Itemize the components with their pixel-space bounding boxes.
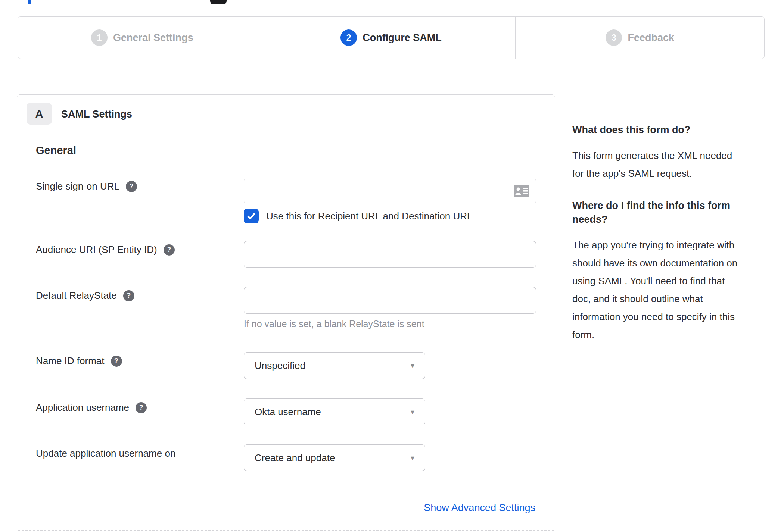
step-feedback[interactable]: 3 Feedback — [515, 17, 764, 59]
sidebar-answer-1: This form generates the XML needed for t… — [572, 147, 772, 182]
field-label-text: Default RelayState — [36, 290, 117, 301]
audience-uri-label: Audience URI (SP Entity ID) ? — [36, 244, 175, 256]
chevron-down-icon: ▾ — [411, 361, 414, 370]
section-a-badge: A — [27, 103, 52, 125]
update-application-username-label: Update application username on — [36, 448, 175, 459]
application-username-select[interactable]: Okta username ▾ — [244, 398, 425, 425]
sidebar-answer-2: The app you're trying to integrate with … — [572, 236, 772, 344]
step-number-badge: 3 — [606, 29, 622, 46]
section-title: SAML Settings — [61, 109, 132, 120]
sidebar-question-2: Where do I find the info this form needs… — [572, 199, 772, 226]
help-icon[interactable]: ? — [164, 244, 175, 256]
sidebar-question-1: What does this form do? — [572, 123, 772, 137]
step-label: Configure SAML — [363, 32, 441, 44]
help-icon[interactable]: ? — [123, 290, 134, 301]
help-sidebar: What does this form do? This form genera… — [572, 123, 772, 360]
recipient-url-checkbox-label[interactable]: Use this for Recipient URL and Destinati… — [266, 210, 473, 222]
saml-settings-panel: A SAML Settings General Single sign-on U… — [17, 94, 555, 532]
relaystate-hint-text: If no value is set, a blank RelayState i… — [244, 319, 424, 329]
field-label-text: Application username — [36, 402, 129, 413]
audience-uri-input[interactable] — [244, 241, 536, 268]
show-advanced-settings-link[interactable]: Show Advanced Settings — [424, 502, 535, 514]
step-configure-saml[interactable]: 2 Configure SAML — [267, 17, 516, 59]
step-number-badge: 1 — [91, 29, 108, 46]
single-sign-on-url-input[interactable] — [244, 178, 536, 204]
step-label: Feedback — [628, 32, 674, 44]
field-label-text: Single sign-on URL — [36, 181, 119, 192]
autofill-contact-card-icon[interactable] — [514, 185, 529, 197]
single-sign-on-url-label: Single sign-on URL ? — [36, 181, 137, 192]
step-label: General Settings — [113, 32, 193, 44]
field-label-text: Update application username on — [36, 448, 175, 459]
name-id-format-select[interactable]: Unspecified ▾ — [244, 352, 425, 379]
application-username-label: Application username ? — [36, 402, 147, 413]
help-icon[interactable]: ? — [111, 356, 122, 367]
group-title-general: General — [36, 144, 76, 157]
step-number-badge: 2 — [340, 29, 357, 46]
default-relaystate-input[interactable] — [244, 287, 536, 314]
clipped-heading-fragment — [210, 0, 227, 4]
recipient-url-checkbox-row: Use this for Recipient URL and Destinati… — [244, 209, 473, 223]
default-relaystate-label: Default RelayState ? — [36, 290, 134, 301]
section-divider — [18, 530, 554, 531]
selected-value: Okta username — [255, 406, 321, 418]
selected-value: Unspecified — [255, 360, 305, 372]
recipient-url-checkbox[interactable] — [244, 209, 259, 223]
chevron-down-icon: ▾ — [411, 453, 414, 462]
checkmark-icon — [246, 211, 256, 221]
single-sign-on-url-field-wrap — [244, 178, 536, 204]
field-label-text: Audience URI (SP Entity ID) — [36, 244, 157, 256]
clipped-tab-indicator-fragment — [28, 0, 31, 4]
update-application-username-select[interactable]: Create and update ▾ — [244, 444, 425, 471]
field-label-text: Name ID format — [36, 355, 105, 367]
wizard-stepper: 1 General Settings 2 Configure SAML 3 Fe… — [18, 16, 765, 59]
selected-value: Create and update — [255, 452, 335, 464]
step-general-settings[interactable]: 1 General Settings — [18, 17, 267, 59]
help-icon[interactable]: ? — [126, 181, 137, 192]
chevron-down-icon: ▾ — [411, 407, 414, 416]
help-icon[interactable]: ? — [136, 402, 147, 413]
name-id-format-label: Name ID format ? — [36, 355, 122, 367]
